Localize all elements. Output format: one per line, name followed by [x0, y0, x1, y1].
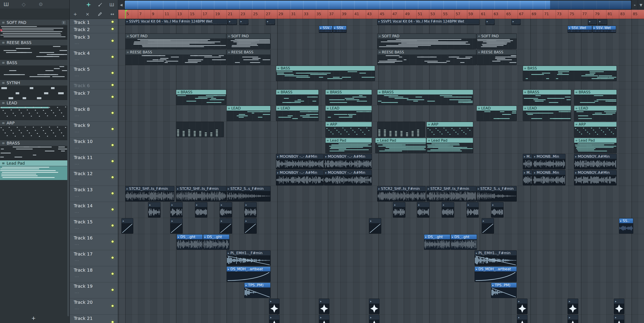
- clip-ds-ght[interactable]: ▸DS_..ght: [203, 234, 230, 250]
- track-header-5[interactable]: Track 5...: [70, 65, 118, 81]
- clip-voc[interactable]: ▸: [239, 19, 248, 25]
- track-name[interactable]: Track 13: [74, 187, 92, 192]
- clip-brass[interactable]: ≡BRASS: [377, 90, 473, 105]
- track-led[interactable]: [111, 288, 114, 292]
- track-led[interactable]: [111, 127, 114, 131]
- track-header-21[interactable]: Track 21...: [70, 315, 118, 323]
- pattern-item-arp[interactable]: ≡ARP: [0, 120, 68, 140]
- clip-star[interactable]: ▸: [517, 299, 528, 314]
- track-led[interactable]: [111, 304, 114, 308]
- clip-ds-mdh-artbeat[interactable]: ▸DS_MDH_..artbeat: [474, 267, 517, 282]
- playlist-lane-2[interactable]: [118, 25, 644, 33]
- track-led[interactable]: [111, 256, 114, 259]
- clip-mini[interactable]: ▸: [148, 202, 160, 218]
- track-name[interactable]: Track 5: [74, 66, 90, 72]
- track-header-6[interactable]: Track 6: [70, 81, 118, 89]
- track-led[interactable]: [111, 224, 114, 227]
- track-header-13[interactable]: Track 13...: [70, 186, 118, 202]
- clip-mini[interactable]: ▸: [244, 202, 257, 218]
- track-led[interactable]: [111, 272, 114, 276]
- clip-soft-pad[interactable]: ≡SOFT PAD: [377, 33, 476, 49]
- track-name[interactable]: Track 7: [74, 90, 90, 96]
- clip-lead-pad[interactable]: ≡Lead Pad: [325, 138, 372, 153]
- clip-star[interactable]: ▸: [568, 299, 578, 314]
- track-header-10[interactable]: Track 10...: [70, 138, 118, 154]
- playlist-lane-19[interactable]: [118, 282, 644, 299]
- clip-reese-bass[interactable]: ≡REESE BASS: [476, 50, 517, 65]
- clip-slash[interactable]: ▸: [244, 218, 257, 234]
- clip-voc[interactable]: ▸: [512, 19, 520, 25]
- track-name[interactable]: Track 11: [74, 155, 92, 160]
- track-led[interactable]: [111, 240, 114, 243]
- track-name[interactable]: Track 14: [74, 203, 92, 208]
- track-name[interactable]: Track 6: [74, 83, 90, 88]
- clip-voc[interactable]: ▸: [486, 19, 495, 25]
- clip-stcr2-s-s-f-min[interactable]: ▸STCR2_S..s_F#min: [226, 186, 270, 202]
- pattern-item-soft-pad[interactable]: ≡SOFT PADI: [0, 20, 68, 39]
- pattern-item-brass[interactable]: ≡BRASS: [0, 140, 68, 160]
- track-header-1[interactable]: Track 1: [70, 19, 118, 25]
- clip-brass[interactable]: ≡BRASS: [523, 90, 571, 105]
- track-led[interactable]: [111, 71, 114, 75]
- clip-moonboy-a-min[interactable]: ▸MOONBOY..A#Min: [574, 170, 617, 185]
- horizontal-scrollbar[interactable]: [125, 1, 631, 9]
- clip-mini[interactable]: ▸: [466, 202, 479, 218]
- track-name[interactable]: Track 19: [74, 284, 92, 289]
- clip-ds-ght[interactable]: ▸DS_..ght: [450, 234, 477, 250]
- playlist-lane-21[interactable]: [118, 315, 644, 323]
- track-name[interactable]: Track 9: [74, 123, 90, 128]
- clip-ds-ght[interactable]: ▸DS_..ght: [177, 234, 203, 250]
- pattern-item-reese-bass[interactable]: ≡REESE BASS: [0, 40, 68, 60]
- clip-ssvp1-vocal-kit-04-vo-l-mix-f-min-124bpm-wet[interactable]: ▸SSVP1 Vocal Kit 04 - Vo..l Mix F#min 12…: [125, 19, 228, 25]
- clip-ssv-wet[interactable]: ▸SSV..Wet: [592, 26, 616, 33]
- clip-cols[interactable]: [377, 122, 425, 137]
- clip-lead[interactable]: ≡LEAD: [523, 106, 571, 121]
- pattern-item-lead-pad[interactable]: ≡Lead Pad: [0, 160, 68, 180]
- clip-star[interactable]: ▸: [614, 299, 624, 314]
- clip-stcr2-shf-ts-f-min[interactable]: ▸STCR2_SHF..ts_F#min: [377, 186, 426, 202]
- pattern-badge[interactable]: I: [61, 20, 66, 25]
- track-name[interactable]: Track 1: [74, 20, 90, 25]
- track-name[interactable]: Track 17: [74, 251, 92, 257]
- track-led[interactable]: [111, 192, 114, 195]
- playlist-menu-button[interactable]: ▼: [638, 0, 644, 10]
- add-track-button[interactable]: +: [73, 11, 78, 17]
- track-header-2[interactable]: Track 2: [70, 25, 118, 33]
- clip-soft-pad[interactable]: ≡SOFT PAD: [226, 33, 270, 49]
- clip-arp[interactable]: ≡ARP: [426, 122, 473, 137]
- clip-star[interactable]: ▸: [614, 315, 624, 323]
- clip-reese-bass[interactable]: ≡REESE BASS: [226, 50, 270, 65]
- scroll-left-button[interactable]: ◀: [118, 0, 124, 10]
- clip-moonboy-a-min[interactable]: ▸MOONBOY -..- A#Min: [324, 154, 372, 169]
- track-header-16[interactable]: Track 16...: [70, 234, 118, 250]
- clip-stcr2-shf-ts-f-min[interactable]: ▸STCR2_SHF..ts_F#min: [426, 186, 476, 202]
- track-header-7[interactable]: Track 7...: [70, 89, 118, 105]
- clip-stcr2-s-s-f-min[interactable]: ▸STCR2_S..s_F#min: [476, 186, 517, 202]
- stretch-tool-icon[interactable]: ↔: [110, 11, 115, 17]
- track-led[interactable]: [111, 208, 114, 211]
- track-name[interactable]: Track 10: [74, 139, 92, 144]
- clip-bass[interactable]: ≡BASS: [276, 66, 375, 81]
- clip-star[interactable]: ▸: [369, 299, 380, 314]
- clip-voc[interactable]: ▸: [588, 19, 597, 25]
- clip-ss[interactable]: ▸SS..: [619, 218, 633, 234]
- clip-slash[interactable]: ▸: [122, 218, 133, 234]
- playlist-lane-20[interactable]: [118, 299, 644, 315]
- track-header-4[interactable]: Track 4...: [70, 49, 118, 65]
- track-name[interactable]: Track 8: [74, 107, 90, 112]
- clip-pl-emh1-f-min[interactable]: ▸PL_EMH1.._F#min: [474, 250, 517, 266]
- clip-slash[interactable]: ▸: [482, 218, 494, 234]
- clip-lead[interactable]: ≡LEAD: [574, 106, 617, 121]
- track-name[interactable]: Track 21: [74, 316, 92, 321]
- clip-slash[interactable]: ▸: [170, 218, 183, 234]
- clip-mini[interactable]: ▸: [195, 202, 208, 218]
- clip-moonboy-a-min[interactable]: ▸MOONBOY -..- A#Min: [276, 154, 324, 169]
- clip-stcr2-shf-ts-f-min[interactable]: ▸STCR2_SHF..ts_F#min: [125, 186, 174, 202]
- playlist-lane-18[interactable]: [118, 266, 644, 282]
- track-name[interactable]: Track 2: [74, 27, 90, 32]
- clip-mini[interactable]: ▸: [220, 202, 232, 218]
- pattern-item-sytnh[interactable]: ≡SYTNH: [0, 80, 68, 100]
- clip-star[interactable]: ▸: [319, 315, 330, 323]
- clip-moonboy-a-min[interactable]: ▸MOONBOY -..- A#Min: [276, 170, 324, 185]
- track-led[interactable]: [111, 143, 114, 147]
